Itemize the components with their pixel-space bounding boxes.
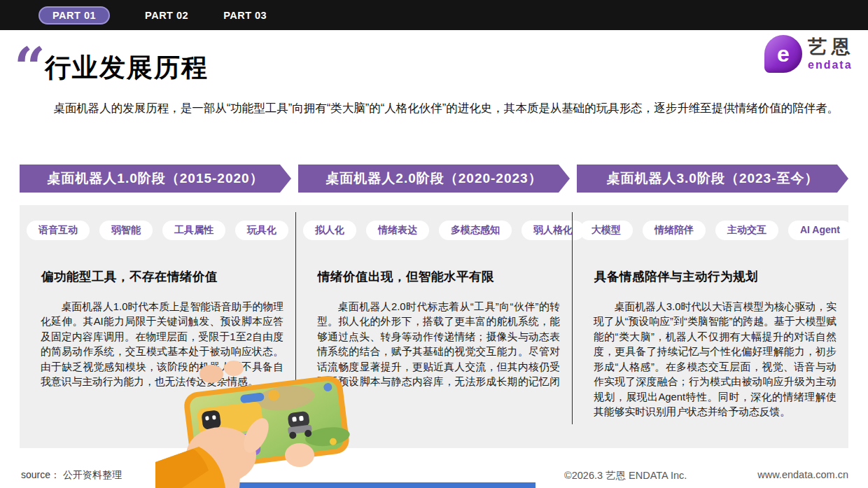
stage1-tags: 语音互动 弱智能 工具属性 玩具化 [27,221,290,240]
tag-pill: 主动交互 [715,221,778,240]
tag-pill: 大模型 [580,221,633,240]
tab-part-02[interactable]: PART 02 [145,10,188,21]
endata-logo: e 艺恩 endata [764,35,855,73]
stage1-banner: 桌面机器人1.0阶段（2015-2020） [20,165,291,193]
top-nav-bar: PART 01 PART 02 PART 03 [0,0,868,30]
stage2-banner: 桌面机器人2.0阶段（2020-2023） [298,165,570,193]
stage3-column: 大模型 情绪陪伴 主动交互 AI Agent 具备情感陪伴与主动行为规划 桌面机… [573,205,848,448]
tag-pill: 情绪陪伴 [643,221,706,240]
tag-pill: 语音互动 [27,221,90,240]
tag-pill: 情绪表达 [366,221,429,240]
intro-paragraph: 桌面机器人的发展历程，是一部从“功能型工具”向拥有“类大脑”的“人格化伙伴”的进… [21,98,850,118]
tag-pill: 拟人化 [303,221,356,240]
quote-icon: “ [14,41,46,73]
hand-phone-illustration [155,356,374,488]
tag-pill: 多模态感知 [439,221,512,240]
tag-pill: AI Agent [788,221,852,240]
tab-part-01[interactable]: PART 01 [38,6,110,25]
logo-en-name: endata [808,60,853,71]
logo-cn-name: 艺恩 [808,38,855,57]
stage2-heading: 情绪价值出现，但智能水平有限 [318,268,559,285]
stage1-heading: 偏功能型工具，不存在情绪价值 [41,268,283,285]
tag-pill: 工具属性 [162,221,225,240]
copyright-text: ©2026.3 艺恩 ENDATA Inc. [564,469,687,482]
endata-logo-icon: e [764,35,802,73]
stage3-banner: 桌面机器人3.0阶段（2023-至今） [577,165,848,193]
stage2-tags: 拟人化 情绪表达 多模态感知 弱人格化 [303,221,566,240]
website-link[interactable]: www.endata.com.cn [757,469,848,480]
stage3-body: 桌面机器人3.0时代以大语言模型为核心驱动，实现了从“预设响应”到“类脑智能”的… [594,300,836,420]
page-title: 行业发展历程 [45,50,209,85]
stage3-tags: 大模型 情绪陪伴 主动交互 AI Agent [580,221,843,240]
tag-pill: 玩具化 [235,221,288,240]
endata-logo-text: 艺恩 endata [808,38,855,71]
stages-panel: 语音互动 弱智能 工具属性 玩具化 偏功能型工具，不存在情绪价值 桌面机器人1.… [20,205,848,448]
slide-page: PART 01 PART 02 PART 03 e 艺恩 endata “ 行业… [0,0,868,488]
stage3-heading: 具备情感陪伴与主动行为规划 [594,268,836,285]
tag-pill: 弱智能 [99,221,153,240]
stage-banners-row: 桌面机器人1.0阶段（2015-2020） 桌面机器人2.0阶段（2020-20… [20,165,848,193]
tab-part-03[interactable]: PART 03 [223,10,267,21]
source-note: source： 公开资料整理 [21,469,122,482]
